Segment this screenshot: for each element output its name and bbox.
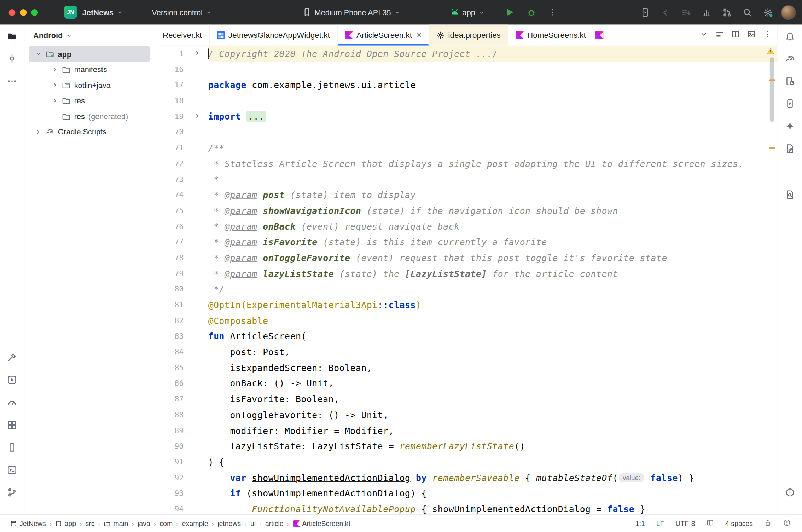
breadcrumb-item-ui[interactable]: ui bbox=[250, 520, 256, 527]
warning-stripe-mark[interactable] bbox=[769, 79, 775, 81]
indent-guides-icon[interactable] bbox=[706, 519, 714, 528]
fold-marker-icon[interactable] bbox=[194, 109, 200, 125]
editor-tab-clipped[interactable] bbox=[593, 24, 607, 45]
project-view-selector[interactable]: Android bbox=[24, 24, 161, 46]
breadcrumb-item-JetNews[interactable]: JetNews bbox=[10, 520, 46, 527]
more-vertical-icon[interactable] bbox=[763, 30, 771, 40]
tree-item-app[interactable]: app bbox=[29, 46, 150, 62]
line-number[interactable]: 84 bbox=[161, 345, 207, 360]
line-number[interactable]: 76 bbox=[161, 219, 207, 234]
caret-position[interactable]: 1:1 bbox=[635, 520, 645, 527]
line-number[interactable]: 91 bbox=[161, 454, 207, 470]
line-number[interactable]: 78 bbox=[161, 250, 207, 266]
tree-item-gradle-scripts[interactable]: Gradle Scripts bbox=[29, 124, 150, 140]
inspections-icon[interactable] bbox=[783, 519, 791, 528]
more-horizontal-icon[interactable] bbox=[4, 73, 19, 88]
line-number[interactable]: 72 bbox=[161, 156, 207, 172]
line-number[interactable]: 92 bbox=[161, 470, 207, 486]
line-number[interactable]: 17 bbox=[161, 77, 207, 93]
line-number[interactable]: 73 bbox=[161, 172, 207, 187]
line-number[interactable]: 88 bbox=[161, 407, 207, 423]
line-number[interactable]: 94 bbox=[161, 501, 207, 514]
editor-tab-HomeScreens.kt[interactable]: HomeScreens.kt bbox=[508, 24, 594, 45]
line-number[interactable]: 16 bbox=[161, 62, 207, 77]
project-icon[interactable] bbox=[4, 28, 19, 44]
fold-marker-icon[interactable] bbox=[194, 46, 200, 62]
split-view-icon[interactable] bbox=[731, 30, 739, 40]
running-devices-icon[interactable] bbox=[782, 96, 797, 111]
profiler-tool-icon[interactable] bbox=[4, 394, 19, 410]
settings-icon[interactable] bbox=[761, 5, 775, 19]
line-number[interactable]: 74 bbox=[161, 187, 207, 203]
close-icon[interactable]: × bbox=[417, 31, 422, 40]
breadcrumb-item-main[interactable]: main bbox=[104, 520, 128, 527]
close-button[interactable] bbox=[9, 9, 16, 16]
device-selector[interactable]: Medium Phone API 35 bbox=[298, 5, 405, 19]
back-navigation-icon[interactable] bbox=[658, 5, 673, 19]
line-number[interactable]: 77 bbox=[161, 235, 207, 250]
pull-requests-icon[interactable] bbox=[720, 5, 734, 19]
tree-item-res[interactable]: res bbox=[29, 93, 150, 109]
version-control-icon[interactable] bbox=[4, 485, 19, 500]
breadcrumb-item-com[interactable]: com bbox=[159, 520, 173, 527]
indent-size[interactable]: 4 spaces bbox=[725, 520, 753, 527]
line-separator[interactable]: LF bbox=[656, 520, 664, 527]
line-number[interactable]: 90 bbox=[161, 439, 207, 454]
notifications-icon[interactable] bbox=[782, 28, 797, 44]
editor-tab-ArticleScreen.kt[interactable]: ArticleScreen.kt× bbox=[337, 24, 429, 45]
run-button[interactable] bbox=[505, 8, 515, 17]
editor-tab-JetnewsGlanceAppWidget.kt[interactable]: JetnewsGlanceAppWidget.kt bbox=[210, 24, 338, 45]
line-number[interactable]: 87 bbox=[161, 392, 207, 407]
run-tool-icon[interactable] bbox=[4, 372, 19, 387]
gemini-icon[interactable] bbox=[782, 118, 797, 133]
app-quality-insights-icon[interactable] bbox=[782, 141, 797, 156]
line-number[interactable]: 83 bbox=[161, 329, 207, 344]
line-number[interactable]: 79 bbox=[161, 266, 207, 282]
inspections-warning-icon[interactable] bbox=[767, 48, 774, 56]
line-number[interactable]: 18 bbox=[161, 93, 207, 109]
breadcrumb-item-app[interactable]: app bbox=[55, 520, 76, 527]
problems-icon[interactable] bbox=[782, 485, 797, 500]
line-number[interactable]: 85 bbox=[161, 360, 207, 376]
commit-icon[interactable] bbox=[4, 51, 19, 66]
app-inspection-icon[interactable] bbox=[4, 417, 19, 432]
user-avatar[interactable] bbox=[781, 5, 796, 20]
breadcrumb-item-ArticleScreen.kt[interactable]: ArticleScreen.kt bbox=[293, 520, 350, 527]
code-editor[interactable]: 1161718197071727374757677787980818283848… bbox=[161, 46, 778, 514]
line-number[interactable]: 89 bbox=[161, 423, 207, 438]
line-number[interactable]: 75 bbox=[161, 203, 207, 219]
breadcrumb-item-jetnews[interactable]: jetnews bbox=[217, 520, 241, 527]
tree-item-res[interactable]: res (generated) bbox=[29, 109, 150, 124]
line-number[interactable]: 93 bbox=[161, 486, 207, 501]
search-icon[interactable] bbox=[740, 5, 755, 19]
readonly-lock-icon[interactable] bbox=[764, 519, 772, 528]
line-number[interactable]: 81 bbox=[161, 297, 207, 313]
file-encoding[interactable]: UTF-8 bbox=[675, 520, 695, 527]
debug-button[interactable] bbox=[527, 8, 536, 17]
terminal-icon[interactable] bbox=[4, 462, 19, 477]
build-icon[interactable] bbox=[4, 349, 19, 365]
breadcrumb-item-article[interactable]: article bbox=[265, 520, 284, 527]
vcs-menu-button[interactable]: Version control bbox=[148, 5, 216, 19]
line-number[interactable]: 71 bbox=[161, 140, 207, 156]
breadcrumb-item-example[interactable]: example bbox=[182, 520, 208, 527]
line-number[interactable]: 1 bbox=[161, 46, 207, 62]
run-configuration-selector[interactable]: app bbox=[446, 5, 489, 19]
vcs-update-icon[interactable] bbox=[679, 5, 693, 19]
hidden-tabs-icon[interactable] bbox=[700, 30, 708, 40]
tree-item-kotlin+java[interactable]: kotlin+java bbox=[29, 77, 150, 93]
scrollbar-thumb[interactable] bbox=[770, 57, 774, 122]
design-view-icon[interactable] bbox=[747, 30, 755, 40]
line-number[interactable]: 19 bbox=[161, 109, 207, 125]
warning-stripe-mark[interactable] bbox=[769, 147, 775, 149]
running-devices-icon[interactable] bbox=[638, 5, 652, 19]
breadcrumb-item-src[interactable]: src bbox=[86, 520, 95, 527]
project-menu-button[interactable]: JetNews bbox=[78, 5, 127, 19]
more-actions-button[interactable] bbox=[548, 8, 557, 16]
zoom-button[interactable] bbox=[31, 9, 38, 16]
tree-item-manifests[interactable]: manifests bbox=[29, 62, 150, 77]
layout-inspector-icon[interactable] bbox=[782, 187, 797, 202]
line-number[interactable]: 86 bbox=[161, 376, 207, 391]
breadcrumb-item-java[interactable]: java bbox=[138, 520, 150, 527]
device-manager-icon[interactable] bbox=[4, 439, 19, 455]
